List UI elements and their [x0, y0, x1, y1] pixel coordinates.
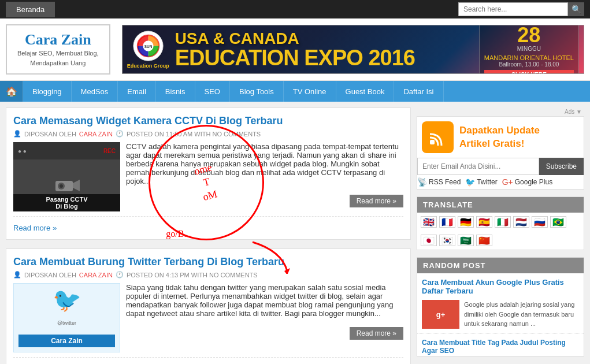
twitter-small-text: @twitter [57, 320, 76, 326]
rss-small-icon: 📡 [417, 177, 427, 187]
flag-jp[interactable]: 🇯🇵 [421, 235, 437, 246]
cctv-label-bottom: Di Blog [15, 203, 118, 210]
article-2-content: Siapa yang tidak tahu dengan twitter yan… [126, 283, 403, 352]
gplus-icon: G+ [502, 177, 513, 187]
flag-nl[interactable]: 🇳🇱 [513, 216, 529, 228]
flag-row-2: 🇯🇵 🇰🇷 🇸🇦 🇨🇳 [417, 231, 584, 250]
flag-kr[interactable]: 🇰🇷 [439, 235, 455, 246]
nav-item-seo[interactable]: SEO [195, 81, 230, 102]
flag-ru[interactable]: 🇷🇺 [532, 216, 548, 228]
article-2-read-more-btn[interactable]: Read more » [350, 327, 403, 340]
twitter-label: Twitter [477, 178, 497, 186]
cctv-label: Pasang CCTV Di Blog [13, 194, 120, 211]
flag-sa[interactable]: 🇸🇦 [458, 235, 474, 246]
rss-feed-link[interactable]: 📡 RSS Feed [417, 177, 461, 187]
article-2-body: 🐦 @twitter Cara Zain Siapa yang tidak ta… [13, 283, 403, 352]
flag-br[interactable]: 🇧🇷 [550, 216, 566, 228]
cctv-label-top: Pasang CCTV [15, 196, 118, 203]
translate-widget: TRANSLATE 🇬🇧 🇫🇷 🇩🇪 🇪🇸 🇮🇹 🇳🇱 🇷🇺 🇧🇷 🇯🇵 🇰🇷 … [417, 196, 584, 250]
translate-header: TRANSLATE [417, 197, 584, 213]
nav-home-icon[interactable]: 🏠 [0, 81, 23, 102]
home-tab[interactable]: Beranda [6, 2, 55, 17]
sun-logo-icon: SUN SUN [132, 30, 164, 62]
search-button[interactable]: 🔍 [568, 2, 584, 16]
banner-left: SUN SUN Education Group [127, 30, 169, 69]
banner-edu-label: Education Group [127, 63, 169, 69]
svg-marker-7 [73, 180, 80, 191]
logo-title[interactable]: Cara Zain [17, 31, 99, 49]
subscribe-header: Dapatkan UpdateArtikel Gratis! [417, 117, 584, 158]
gplus-thumb-icon: g+ [436, 310, 446, 319]
nav-item-blogging[interactable]: Blogging [23, 81, 72, 102]
cctv-screen: Pasang CCTV Di Blog [13, 159, 120, 211]
rss-svg-icon [429, 128, 447, 147]
article-1-content: CCTV adalah kamera pengintai yang biasa … [126, 142, 403, 211]
main-layout: Cara Memasang Widget Kamera CCTV Di Blog… [0, 102, 590, 364]
article-1-body: ● ● REC Pasang CCTV Di Blog [13, 142, 403, 211]
banner-subtitle-text: EDUCATION EXPO 2016 [175, 46, 415, 70]
article-1-meta: 👤 DIPOSKAN OLEH CARA ZAIN 🕐 POSTED ON 11… [13, 130, 403, 138]
flag-cn[interactable]: 🇨🇳 [476, 235, 492, 246]
rss-icon-big [422, 121, 454, 153]
article-2-meta: 👤 DIPOSKAN OLEH CARA ZAIN 🕐 POSTED ON 4:… [13, 271, 403, 278]
user-icon-2: 👤 [13, 271, 21, 278]
random-post-2-title[interactable]: Cara Membuat Title Tag Pada Judul Postin… [417, 334, 584, 356]
subscribe-title: Dapatkan UpdateArtikel Gratis! [459, 124, 540, 150]
flag-es[interactable]: 🇪🇸 [476, 216, 492, 228]
banner-inner: SUN SUN Education Group USA & CANADA EDU… [123, 25, 584, 73]
cctv-indicator-1: ● ● [18, 148, 27, 154]
twitter-label: Cara Zain [18, 335, 115, 347]
flag-it[interactable]: 🇮🇹 [495, 216, 511, 228]
user-icon: 👤 [13, 130, 21, 138]
gplus-link[interactable]: G+ Google Plus [502, 177, 552, 187]
article-1-thumbnail: ● ● REC Pasang CCTV Di Blog [13, 142, 120, 211]
logo-box: Cara Zain Belajar SEO, Membuat Blog,Mend… [6, 24, 110, 75]
article-1-footer: Read more » [13, 216, 403, 232]
nav-item-blogtools[interactable]: Blog Tools [230, 81, 284, 102]
nav-item-bisnis[interactable]: Bisnis [156, 81, 195, 102]
cctv-camera-svg [53, 174, 81, 197]
flag-fr[interactable]: 🇫🇷 [439, 216, 455, 228]
article-1-text: CCTV adalah kamera pengintai yang biasa … [126, 142, 403, 185]
email-input[interactable] [417, 158, 539, 175]
nav-item-medsos[interactable]: MedSos [72, 81, 118, 102]
nav-item-tvonline[interactable]: TV Online [284, 81, 336, 102]
banner-ad[interactable]: SUN SUN Education Group USA & CANADA EDU… [122, 25, 584, 74]
nav-item-email[interactable]: Email [118, 81, 156, 102]
random-post-header: RANDOM POST [417, 258, 584, 273]
article-1: Cara Memasang Widget Kamera CCTV Di Blog… [6, 107, 411, 240]
flag-uk[interactable]: 🇬🇧 [421, 216, 437, 228]
random-post-1-text: Google plus adalah jejaring sosial yang … [464, 300, 579, 329]
twitter-link[interactable]: 🐦 Twitter [465, 177, 497, 187]
article-2-thumbnail: 🐦 @twitter Cara Zain [13, 283, 120, 352]
nav-bar: 🏠 Blogging MedSos Email Bisnis SEO Blog … [0, 81, 590, 102]
article-2-meta-posted: POSTED ON 4:13 PM WITH NO COMMENTS [127, 272, 258, 278]
top-bar: Beranda 🔍 [0, 0, 590, 18]
ads-label: Ads ▼ [417, 107, 584, 116]
banner-cta-button[interactable]: CLICK HERE [484, 70, 574, 74]
sidebar: Ads ▼ Dapatkan UpdateArtikel Gratis! Sub… [417, 107, 584, 364]
banner-subtitle: EDUCATION EXPO 2016 [175, 47, 479, 69]
subscribe-button[interactable]: Subscribe [539, 158, 584, 175]
banner-time: Ballroom, 13.00 - 18.00 [484, 61, 574, 68]
random-post-1-title[interactable]: Cara Membuat Akun Google Plus Gratis Daf… [417, 273, 584, 298]
flag-de[interactable]: 🇩🇪 [458, 216, 474, 228]
article-1-author[interactable]: CARA ZAIN [79, 131, 113, 138]
rss-label: RSS Feed [429, 178, 461, 186]
article-1-meta-prefix: DIPOSKAN OLEH [24, 131, 76, 138]
search-input[interactable] [458, 2, 568, 16]
nav-item-guestbook[interactable]: Guest Book [336, 81, 395, 102]
article-2-author[interactable]: CARA ZAIN [79, 272, 113, 278]
clock-icon-2: 🕐 [116, 271, 124, 278]
article-1-read-more-btn[interactable]: Read more » [350, 195, 403, 207]
banner-date: 28 [484, 25, 574, 46]
flag-row-1: 🇬🇧 🇫🇷 🇩🇪 🇪🇸 🇮🇹 🇳🇱 🇷🇺 🇧🇷 [417, 213, 584, 231]
banner-title: USA & CANADA [175, 31, 479, 47]
nav-item-daftarisi[interactable]: Daftar Isi [394, 81, 443, 102]
article-2: Cara Membuat Burung Twitter Terbang Di B… [6, 248, 411, 364]
article-1-read-more-link[interactable]: Read more » [13, 224, 57, 232]
banner-hotel: MANDARIN ORIENTAL HOTEL [484, 54, 574, 61]
article-1-title[interactable]: Cara Memasang Widget Kamera CCTV Di Blog… [13, 115, 403, 127]
social-links: 📡 RSS Feed 🐦 Twitter G+ Google Plus [417, 175, 584, 189]
article-2-title[interactable]: Cara Membuat Burung Twitter Terbang Di B… [13, 256, 403, 268]
